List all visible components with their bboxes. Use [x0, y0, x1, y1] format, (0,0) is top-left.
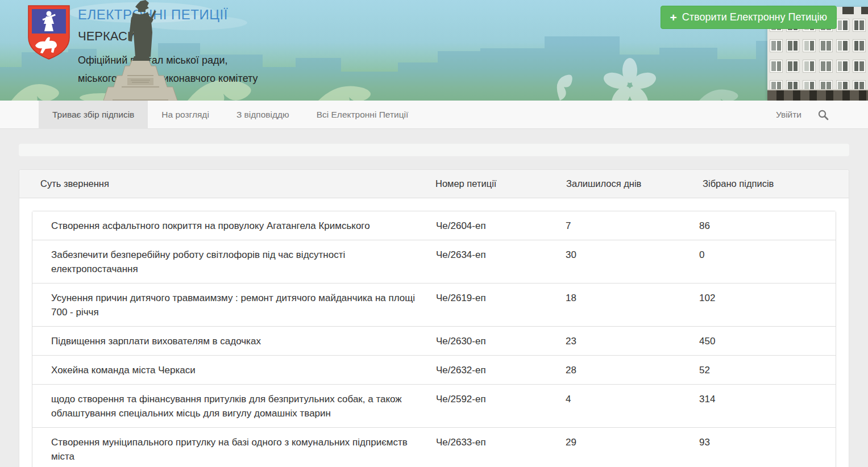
- tab-collecting-signatures[interactable]: Триває збір підписів: [39, 101, 148, 129]
- petition-days-left: 23: [566, 334, 699, 348]
- petition-title[interactable]: Забезпечити безперебійну роботу світлофо…: [51, 248, 436, 276]
- petition-days-left: 30: [566, 248, 699, 276]
- tab-under-review[interactable]: На розгляді: [148, 101, 223, 129]
- petition-days-left: 28: [566, 363, 699, 377]
- search-button[interactable]: [814, 109, 832, 120]
- petition-signatures: 52: [699, 363, 836, 377]
- petition-title[interactable]: Усунення причин дитячого травмаимзму : р…: [51, 291, 436, 319]
- petitions-panel-body: Створення асфальтного покриття на провул…: [19, 198, 849, 467]
- petitions-panel: Суть звернення Номер петиції Залишилося …: [19, 169, 849, 467]
- table-row[interactable]: Підвищення зарплати вихователям в садочк…: [32, 326, 836, 355]
- building-ground-floor: [767, 89, 868, 101]
- monument-image: [86, 0, 194, 101]
- petition-number: Че/2630-еп: [436, 334, 566, 348]
- petitions-list: Створення асфальтного покриття на провул…: [32, 211, 836, 467]
- petition-number: Че/2633-еп: [436, 435, 566, 464]
- petition-signatures: 93: [699, 435, 836, 464]
- tab-with-response[interactable]: З відповіддю: [223, 101, 303, 129]
- petition-days-left: 4: [566, 392, 699, 420]
- building-windows: [767, 19, 868, 93]
- petition-days-left: 18: [566, 291, 699, 319]
- login-link[interactable]: Увійти: [763, 110, 814, 120]
- coat-of-arms: [27, 5, 70, 60]
- table-row[interactable]: Хокейна команда міста Черкаси Че/2632-еп…: [32, 355, 836, 384]
- tab-all-petitions[interactable]: Всі Електронні Петиції: [303, 101, 422, 129]
- petition-signatures: 314: [699, 392, 836, 420]
- main-content: Суть звернення Номер петиції Залишилося …: [19, 144, 849, 467]
- petition-title[interactable]: Підвищення зарплати вихователям в садочк…: [51, 334, 436, 348]
- petition-days-left: 7: [566, 219, 699, 233]
- table-row[interactable]: Створення асфальтного покриття на провул…: [32, 211, 836, 240]
- table-row[interactable]: щодо створення та фінансування притулків…: [32, 384, 836, 427]
- petition-title[interactable]: Створення муніципального притулку на баз…: [51, 435, 436, 464]
- column-header-days-left: Залишилося днів: [566, 178, 703, 189]
- main-nav: Триває збір підписів На розгляді З відпо…: [0, 101, 868, 129]
- column-header-number: Номер петиції: [435, 178, 566, 189]
- petition-number: Че/2634-еп: [436, 248, 566, 276]
- site-header: ЕЛЕКТРОННІ ПЕТИЦІЇ ЧЕРКАСИ Офіційний пор…: [0, 0, 868, 101]
- petitions-table-header: Суть звернення Номер петиції Залишилося …: [19, 170, 849, 198]
- create-petition-label: Створити Електронну Петицію: [682, 11, 827, 23]
- table-row[interactable]: Забезпечити безперебійну роботу світлофо…: [32, 240, 836, 283]
- petition-signatures: 450: [699, 334, 836, 348]
- petition-number: Че/2604-еп: [436, 219, 566, 233]
- petition-days-left: 29: [566, 435, 699, 464]
- breadcrumb: [19, 144, 849, 156]
- petition-number: Че/2632-еп: [436, 363, 566, 377]
- plus-icon: +: [670, 12, 677, 23]
- petition-number: Че/2592-еп: [436, 392, 566, 420]
- petition-title[interactable]: Створення асфальтного покриття на провул…: [51, 219, 436, 233]
- table-row[interactable]: Усунення причин дитячого травмаимзму : р…: [32, 283, 836, 326]
- column-header-subject: Суть звернення: [40, 178, 435, 189]
- petition-signatures: 0: [699, 248, 836, 276]
- petition-signatures: 86: [699, 219, 836, 233]
- table-row[interactable]: Створення муніципального притулку на баз…: [32, 427, 836, 467]
- create-petition-button[interactable]: + Створити Електронну Петицію: [661, 6, 837, 29]
- petition-title[interactable]: щодо створення та фінансування притулків…: [51, 392, 436, 420]
- petition-title[interactable]: Хокейна команда міста Черкаси: [51, 363, 436, 377]
- column-header-signatures: Зібрано підписів: [703, 178, 849, 189]
- petition-signatures: 102: [699, 291, 836, 319]
- search-icon: [817, 109, 829, 120]
- petition-number: Че/2619-еп: [436, 291, 566, 319]
